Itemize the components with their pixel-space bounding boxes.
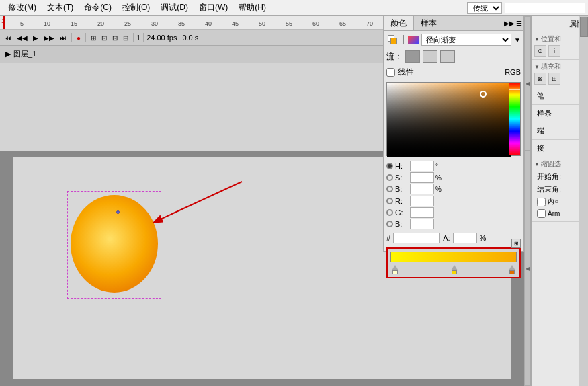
onion-outlines-button[interactable]: ⊡ (110, 34, 120, 42)
r-label: R: (395, 197, 410, 205)
play-button[interactable]: ▶ (31, 34, 40, 42)
fill-type-icon[interactable] (408, 36, 419, 44)
panel-expand-icon[interactable]: ▼ (514, 36, 521, 44)
hue-bar[interactable] (509, 83, 520, 155)
prop-spline-label: 样条 (534, 107, 585, 120)
go-to-start-button[interactable]: ⏮ (3, 34, 13, 42)
inner-checkbox[interactable] (537, 198, 546, 206)
b-input[interactable]: 97 (410, 184, 434, 194)
color-picker[interactable] (386, 82, 521, 156)
flow-btn-3[interactable] (440, 50, 455, 63)
hex-input[interactable]: F89724 (393, 233, 440, 243)
loop-button[interactable]: ● (75, 34, 83, 42)
step-forward-button[interactable]: ▶▶ (42, 34, 56, 42)
b-label: B: (395, 185, 410, 193)
pos-icon[interactable]: ⊙ (534, 45, 546, 57)
style-select[interactable]: 传统 (467, 2, 502, 14)
inner-checkbox-row: 内○ (534, 196, 585, 208)
b-unit: % (435, 186, 442, 193)
menu-command[interactable]: 命令(C) (79, 1, 117, 15)
arm-checkbox[interactable] (537, 209, 546, 218)
gradient-edit-btn[interactable]: ⊞ (511, 239, 521, 248)
r-input[interactable]: 248 (410, 196, 434, 206)
separator4 (143, 33, 144, 42)
color-values: H: 33 ° S: 85 % B: 97 % R: 248 G: 151 (384, 159, 523, 231)
menu-modify[interactable]: 修改(M) (3, 1, 42, 15)
fill-icon2[interactable]: ⊞ (548, 73, 560, 85)
arm-checkbox-row: Arm (534, 208, 585, 219)
panel-options-icon[interactable]: ▶▶ (504, 20, 515, 27)
linear-label: 线性 (398, 67, 414, 78)
menu-window[interactable]: 窗口(W) (194, 1, 233, 15)
panel-menu-icon[interactable]: ☰ (516, 20, 522, 27)
scrollbar-thumb[interactable] (580, 17, 588, 37)
b2-label: B: (395, 220, 410, 228)
alpha-label: A: (443, 234, 450, 242)
search-input[interactable] (505, 3, 585, 13)
menu-control[interactable]: 控制(O) (117, 1, 155, 15)
end-angle-label: 结束角: (534, 183, 585, 196)
separator2 (85, 33, 86, 42)
g-label: G: (395, 208, 410, 217)
alpha-unit: % (480, 234, 487, 242)
color-panel: 颜色 样本 ▶▶ ☰ 径向渐变 ▼ 流： 线性 RGB (383, 16, 524, 252)
fps-display: 24.00 fps (146, 34, 177, 42)
flow-btn-2[interactable] (423, 50, 437, 63)
s-unit: % (435, 174, 442, 182)
b-radio[interactable] (386, 186, 393, 192)
hex-alpha-row: # F89724 A: 100 % (384, 231, 523, 245)
inner-label: 内○ (548, 197, 558, 206)
collapse-stage-btn[interactable]: ◀ (524, 151, 531, 386)
stop-marker-orange[interactable] (509, 265, 515, 274)
sat-val-canvas[interactable] (387, 83, 511, 157)
center-point (116, 210, 120, 214)
alpha-input[interactable]: 100 (453, 233, 477, 243)
stop-marker-white[interactable] (392, 265, 398, 274)
prop-fill-icons: ⊠ ⊞ (534, 73, 585, 85)
stop-marker-yellow[interactable] (451, 265, 458, 274)
fill-icon1[interactable]: ⊠ (534, 73, 546, 85)
flow-row: 流： (384, 48, 523, 65)
h-radio[interactable] (386, 163, 393, 169)
step-back-button[interactable]: ◀◀ (15, 34, 30, 42)
g-input[interactable]: 151 (410, 207, 434, 218)
prop-pos-icons: ⊙ i (534, 45, 585, 57)
flow-btn-1[interactable] (405, 50, 420, 63)
go-to-end-button[interactable]: ⏭ (58, 34, 69, 42)
separator3 (133, 33, 134, 42)
linear-checkbox[interactable] (386, 68, 395, 77)
stroke-color-btn[interactable] (386, 34, 398, 46)
collapse-timeline-btn[interactable]: ◀ (524, 16, 531, 151)
h-label: H: (395, 162, 410, 170)
menu-help[interactable]: 帮助(H) (233, 1, 271, 15)
gradient-preview[interactable] (390, 252, 517, 262)
b2-input[interactable]: 36 (410, 219, 434, 229)
oval-shape[interactable] (71, 195, 158, 293)
tab-color[interactable]: 颜色 (384, 16, 414, 30)
snap-button[interactable]: ⊞ (89, 34, 98, 42)
right-panel-scrollbar[interactable] (579, 16, 588, 386)
b2-radio[interactable] (386, 221, 393, 227)
prop-join-label: 接 (534, 142, 585, 155)
prop-fill-title: ▼ 填充和 (534, 62, 585, 71)
color-tabs: 颜色 样本 ▶▶ ☰ (384, 16, 523, 31)
time-display: 0.0 s (182, 34, 198, 42)
s-input[interactable]: 85 (410, 172, 434, 183)
edit-frames-button[interactable]: ⊟ (121, 34, 130, 42)
r-radio[interactable] (386, 198, 393, 204)
tab-swatches[interactable]: 样本 (414, 16, 444, 30)
gradient-type-select[interactable]: 径向渐变 (421, 34, 511, 46)
oval-selection (67, 191, 161, 299)
h-input[interactable]: 33 (410, 161, 434, 171)
linear-row: 线性 RGB (384, 65, 523, 79)
menu-bar: 修改(M) 文本(T) 命令(C) 控制(O) 调试(D) 窗口(W) 帮助(H… (0, 0, 588, 16)
pos-icon2[interactable]: i (548, 45, 560, 57)
g-radio[interactable] (386, 209, 393, 216)
right-panel: 属性 ▼ 位置和 ⊙ i ▼ 填充和 ⊠ ⊞ 笔 样条 端 接 ▼ 缩圆选 (531, 16, 588, 386)
prop-oval-title: ▼ 缩圆选 (534, 159, 585, 169)
s-radio[interactable] (386, 174, 393, 181)
menu-debug[interactable]: 调试(D) (155, 1, 194, 15)
menu-text[interactable]: 文本(T) (42, 1, 79, 15)
start-angle-label: 开始角: (534, 170, 585, 183)
onion-skin-button[interactable]: ⊡ (99, 34, 109, 42)
